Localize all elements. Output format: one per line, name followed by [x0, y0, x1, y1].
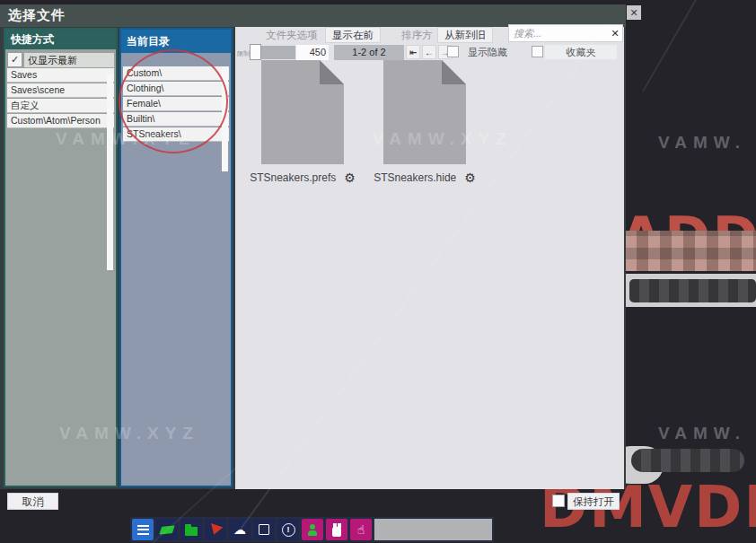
hub-cloud-icon[interactable]: ☁: [229, 519, 251, 540]
hand-point-icon[interactable]: ☝: [350, 519, 372, 540]
shortcuts-scrollbar[interactable]: [107, 74, 113, 270]
exclaim-glyph: !: [282, 523, 295, 537]
cube-glyph: [259, 524, 269, 535]
favorites-label[interactable]: 收藏夹: [545, 45, 617, 59]
errors-icon[interactable]: !: [277, 519, 299, 540]
folder-options-label: 文件夹选项: [266, 29, 318, 42]
directory-item[interactable]: STSneakers\: [123, 127, 229, 142]
current-directory-panel: 当前目录 Custom\ Clothing\ Female\ Builtin\ …: [119, 28, 233, 487]
show-hidden-label[interactable]: 显示隐藏: [462, 45, 514, 59]
save-icon[interactable]: [205, 519, 226, 540]
palm-glyph: [332, 527, 341, 537]
file-name: STSneakers.prefs: [250, 171, 336, 184]
save-glyph: [208, 523, 224, 537]
favorites-checkbox[interactable]: [532, 46, 543, 57]
dialog-title: 选择文件: [8, 7, 66, 24]
taskbar-censored-area: [374, 519, 492, 540]
shortcut-item[interactable]: Saves: [7, 68, 114, 83]
directory-item[interactable]: Custom\: [123, 66, 229, 81]
size-value: 450: [296, 45, 329, 60]
censor-mosaic: [613, 231, 756, 271]
file-name: STSneakers.hide: [374, 171, 456, 184]
folder-glyph: [185, 527, 198, 536]
shortcut-item[interactable]: 自定义: [7, 99, 114, 113]
package-icon[interactable]: [253, 519, 275, 540]
shortcuts-panel: 快捷方式 ✓ 仅显示最新 Saves Saves\scene 自定义 Custo…: [4, 28, 118, 487]
watermark-text: VAMW.: [658, 133, 746, 153]
directory-item[interactable]: Clothing\: [123, 82, 229, 96]
keep-open-button[interactable]: 保持打开: [567, 493, 620, 510]
shortcuts-header: 快捷方式: [5, 30, 116, 49]
file-icon: [383, 60, 466, 164]
file-gear-icon[interactable]: ⚙: [464, 171, 476, 185]
sort-label: 排序方: [401, 29, 433, 42]
prev-page-button[interactable]: ←: [422, 45, 436, 59]
screen: ADD DMVDD VAMW.XYZ VAMW.XYZ VAMW. VAMW.X…: [0, 0, 756, 543]
hamburger-glyph: [137, 525, 149, 535]
search-box: ✕: [508, 24, 623, 42]
censor-pill-dark-2: [631, 449, 744, 472]
search-clear-icon[interactable]: ✕: [608, 28, 622, 39]
file-tile[interactable]: STSneakers.prefs ⚙: [242, 60, 363, 204]
load-scene-icon[interactable]: [156, 519, 178, 540]
latest-only-label[interactable]: 仅显示最新: [24, 53, 114, 67]
directory-scrollbar[interactable]: [222, 66, 228, 171]
shortcut-item[interactable]: Custom\Atom\Person: [7, 114, 114, 128]
search-input[interactable]: [509, 28, 608, 39]
file-tile[interactable]: STSneakers.hide ⚙: [365, 60, 485, 204]
open-scene-glyph: [159, 525, 175, 534]
file-label-row: STSneakers.hide ⚙: [365, 171, 485, 185]
size-slider[interactable]: [251, 46, 295, 59]
show-hidden-checkbox[interactable]: [447, 46, 459, 57]
sort-order-button[interactable]: 从新到旧: [437, 27, 493, 43]
keep-open-checkbox[interactable]: [552, 495, 565, 507]
directory-item[interactable]: Female\: [123, 97, 229, 111]
file-browser-icon[interactable]: [180, 519, 202, 540]
directory-list: Custom\ Clothing\ Female\ Builtin\ STSne…: [123, 66, 229, 142]
pointing-hand-glyph: ☝: [357, 523, 365, 536]
show-in-front-button[interactable]: 显示在前: [325, 27, 381, 43]
shortcut-item[interactable]: Saves\scene: [7, 83, 114, 98]
first-page-button[interactable]: ⇤: [406, 45, 420, 59]
file-label-row: STSneakers.prefs ⚙: [242, 171, 363, 185]
file-icon: [261, 60, 344, 164]
close-button[interactable]: ✕: [627, 5, 641, 20]
censor-pill-dark: [629, 279, 756, 302]
light-streak: [642, 0, 698, 92]
directory-item[interactable]: Builtin\: [123, 112, 229, 127]
cloud-glyph: ☁: [233, 523, 246, 536]
current-directory-header: 当前目录: [121, 30, 231, 53]
file-gear-icon[interactable]: ⚙: [344, 171, 356, 185]
shortcuts-list: Saves Saves\scene 自定义 Custom\Atom\Person: [7, 68, 114, 128]
hand-palm-icon[interactable]: [326, 519, 347, 540]
latest-only-row: ✓ 仅显示最新: [7, 52, 114, 67]
watermark-text: VAMW.: [658, 424, 746, 443]
cancel-button[interactable]: 取消: [7, 493, 58, 510]
person-glyph: [307, 524, 318, 536]
limit-label: 限制: [237, 49, 250, 58]
latest-only-checkbox[interactable]: ✓: [7, 52, 22, 67]
pager-status: 1-2 of 2: [334, 45, 404, 60]
taskbar: ☁ ! ☝: [130, 517, 494, 542]
size-slider-handle[interactable]: [250, 44, 261, 60]
menu-icon[interactable]: [132, 519, 154, 540]
file-select-dialog: 选择文件 快捷方式 ✓ 仅显示最新 Saves Saves\scene 自定义 …: [0, 4, 626, 489]
add-person-icon[interactable]: [302, 519, 323, 540]
